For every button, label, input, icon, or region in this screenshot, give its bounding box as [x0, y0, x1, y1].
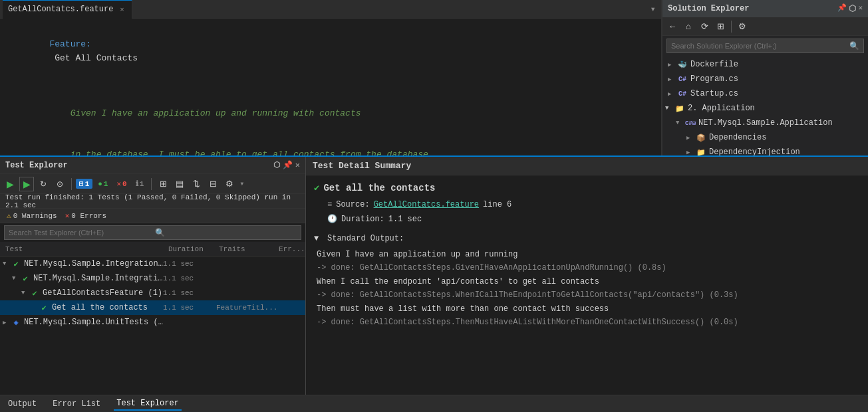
se-toolbar: ← ⌂ ⟳ ⊞ ⚙: [662, 17, 868, 36]
playlist-button[interactable]: ▤: [172, 177, 187, 191]
settings-button2[interactable]: ⚙: [222, 177, 237, 191]
test-columns: Test Duration Traits Err...: [0, 242, 305, 257]
col-test-header: Test: [0, 245, 166, 253]
se-item-label: Dependencies: [709, 133, 766, 142]
warning-count: 0 Warnings: [13, 212, 57, 220]
doc-icon: ≡: [327, 198, 332, 211]
te-toolbar: ▶ ▶ ↻ ⊙ ⊟ 1 ● 1 ✕ 0 ℹ 1: [0, 174, 305, 194]
detail-header: Test Detail Summary: [306, 157, 868, 175]
arrow-icon: ▼: [676, 120, 685, 126]
te-search-input[interactable]: [9, 229, 155, 237]
warning-bar: ⚠ 0 Warnings ✕ 0 Errors: [0, 209, 305, 223]
solution-explorer: Solution Explorer 📌 ⬡ ✕ ← ⌂ ⟳ ⊞ ⚙ 🔍 ▶ 🐳: [662, 0, 868, 155]
footer-tab-testexplorer[interactable]: Test Explorer: [114, 397, 182, 411]
se-item-programcs[interactable]: ▶ C# Program.cs: [662, 72, 868, 86]
col-traits-header: Traits: [219, 245, 279, 253]
test-row[interactable]: ▶ ◈ NET.Mysql.Sample.UnitTests (1): [0, 315, 305, 330]
close-icon2[interactable]: ✕: [295, 160, 300, 170]
tab-close-icon[interactable]: ✕: [117, 5, 126, 14]
detail-test-name: Get all the contacts: [323, 181, 435, 197]
check-icon: ✔: [314, 181, 319, 197]
se-item-startupcs[interactable]: ▶ C# Startup.cs: [662, 86, 868, 101]
se-item-dependencies[interactable]: ▶ 📦 Dependencies: [662, 130, 868, 145]
tab-label: GetAllContatcs.feature: [8, 5, 113, 14]
skip-badge: ℹ 1: [132, 179, 148, 189]
run-all-button[interactable]: ▶: [3, 177, 17, 191]
test-row[interactable]: ▼ ✔ GetAllContactsFeature (1) 1.1 sec: [0, 286, 305, 300]
warning-item: ⚠ 0 Warnings: [7, 211, 57, 220]
pass-status-icon: ✔: [11, 258, 21, 269]
settings-button[interactable]: ⚙: [735, 19, 750, 34]
test-row-selected[interactable]: ✔ Get all the contacts 1.1 sec FeatureTi…: [0, 300, 305, 315]
close-icon[interactable]: ✕: [858, 3, 863, 14]
pin-icon2[interactable]: 📌: [283, 160, 293, 170]
fail-badge: ✕ 0: [113, 179, 130, 189]
back-button[interactable]: ←: [665, 19, 680, 34]
footer-tab-output[interactable]: Output: [5, 398, 39, 410]
err-icon: ✕: [65, 211, 70, 220]
top-area: GetAllContatcs.feature ✕ ▾ Feature: Get …: [0, 0, 868, 155]
editor-line-feature: Feature: Get All Contacts: [8, 24, 653, 79]
run-button[interactable]: ▶: [19, 177, 34, 191]
editor-content: Feature: Get All Contacts Given I have a…: [0, 19, 661, 155]
test-name: Get all the contacts: [52, 303, 163, 312]
search-icon2: 🔍: [155, 228, 165, 238]
te-header-actions: ⬡ 📌 ✕: [273, 160, 300, 170]
pass-status-icon: ✔: [39, 302, 49, 313]
pin-icon[interactable]: 📌: [837, 3, 847, 14]
detail-test-name-line: ✔ Get all the contacts: [314, 181, 860, 197]
source-link[interactable]: GetAllContatcs.feature: [374, 198, 479, 211]
detail-content: ✔ Get all the contacts ≡ Source: GetAllC…: [306, 175, 868, 395]
se-search-input[interactable]: [671, 42, 849, 50]
te-panel-header: Test Explorer ⬡ 📌 ✕: [0, 157, 305, 174]
test-name: GetAllContactsFeature (1): [43, 288, 163, 298]
tab-bar-actions: ▾: [648, 3, 658, 15]
te-title: Test Explorer: [5, 161, 68, 170]
test-count-badge: ⊟ 1: [76, 179, 92, 189]
expand-icon[interactable]: ⬡: [849, 3, 856, 14]
bottom-panel: Test Explorer ⬡ 📌 ✕ ▶ ▶ ↻ ⊙ ⊟ 1 ●: [0, 155, 868, 395]
tab-bar: GetAllContatcs.feature ✕ ▾: [0, 0, 661, 19]
filter-button[interactable]: ⊞: [713, 19, 728, 34]
se-item-label: DependencyInjection: [709, 148, 800, 155]
detail-source-line-num: line 6: [483, 198, 511, 211]
se-search-bar[interactable]: 🔍: [666, 39, 864, 53]
te-search-bar[interactable]: 🔍: [4, 225, 301, 240]
test-name: NET.Mysql.Sample.IntegrationTests (1): [24, 259, 163, 268]
sort-button[interactable]: ⇅: [189, 177, 204, 191]
settings-arrow[interactable]: ▾: [239, 179, 244, 189]
detail-title: Test Detail Summary: [313, 161, 411, 171]
folder-icon: 📦: [696, 132, 706, 143]
expand-output-icon[interactable]: ▼: [314, 232, 323, 245]
output-line-1: Given I have an application up and runni…: [314, 248, 860, 261]
se-item-depinj[interactable]: ▶ 📁 DependencyInjection: [662, 145, 868, 155]
editor-tab[interactable]: GetAllContatcs.feature ✕: [3, 0, 132, 19]
debug-button[interactable]: ⊙: [53, 177, 67, 191]
sync-button[interactable]: ⟳: [697, 19, 712, 34]
tree-arrow: ▼: [3, 260, 11, 267]
se-item-net-app[interactable]: ▼ C#⊞ NET.Mysql.Sample.Application: [662, 116, 868, 130]
net-icon: C#⊞: [685, 118, 696, 128]
test-row[interactable]: ▼ ✔ NET.Mysql.Sample.IntegrationTests...…: [0, 271, 305, 286]
std-output-label: Standard Output:: [327, 232, 404, 245]
arrow-icon: ▶: [668, 61, 677, 68]
tree-arrow: ▶: [3, 319, 11, 326]
output-line-2: -> done: GetAllContactsSteps.GivenIHaveA…: [314, 261, 860, 274]
se-item-label: 2. Application: [688, 104, 755, 113]
standard-output: ▼ Standard Output: Given I have an appli…: [314, 232, 860, 330]
col-duration-header: Duration: [166, 245, 219, 253]
home-button[interactable]: ⌂: [681, 19, 696, 34]
expand-icon2[interactable]: ⬡: [273, 160, 280, 170]
footer-tab-errorlist[interactable]: Error List: [50, 398, 103, 410]
test-row[interactable]: ▼ ✔ NET.Mysql.Sample.IntegrationTests (1…: [0, 257, 305, 271]
group-button[interactable]: ⊞: [156, 177, 170, 191]
arrow-icon: ▼: [665, 105, 674, 112]
refresh-button[interactable]: ↻: [36, 177, 51, 191]
folder-icon: 📁: [674, 103, 685, 114]
se-item-dockerfile[interactable]: ▶ 🐳 Dockerfile: [662, 57, 868, 72]
output-line-4: -> done: GetAllContactsSteps.WhenICallTh…: [314, 288, 860, 302]
chevron-down-icon[interactable]: ▾: [648, 3, 658, 15]
se-item-application[interactable]: ▼ 📁 2. Application: [662, 101, 868, 116]
filter-button2[interactable]: ⊟: [206, 177, 220, 191]
test-duration: 1.1 sec: [163, 260, 216, 268]
